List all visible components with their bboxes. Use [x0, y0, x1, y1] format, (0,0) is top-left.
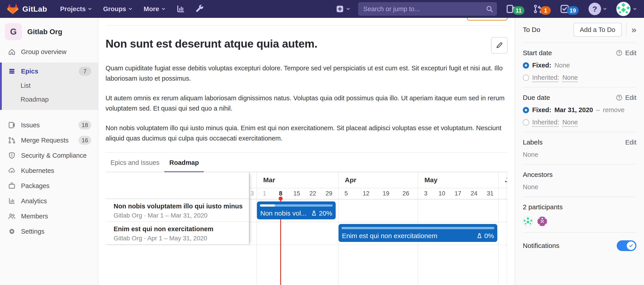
due-date-inherited-option[interactable]: Inherited: None	[523, 119, 636, 126]
sidebar-item-kubernetes[interactable]: Kubernetes	[0, 163, 98, 178]
charts-icon[interactable]	[176, 4, 185, 13]
edit-labels-link[interactable]: Edit	[625, 139, 636, 146]
due-date-fixed-option[interactable]: Fixed: Mar 31, 2020 – remove	[523, 106, 636, 114]
user-avatar	[616, 2, 630, 16]
admin-wrench-icon[interactable]	[196, 4, 204, 13]
participant-avatar[interactable]	[537, 216, 548, 227]
nav-todos-button[interactable]: 19	[560, 3, 579, 15]
divider	[523, 132, 636, 132]
issues-count-badge: 18	[78, 121, 91, 130]
notifications-section: Notifications	[523, 240, 636, 251]
bar-progress: 20%	[319, 210, 332, 217]
radio-selected[interactable]	[523, 62, 529, 69]
month-header-apr: Apr	[338, 172, 418, 188]
bar-label: Non nobis vol...	[260, 210, 306, 217]
week-tick: 12	[363, 188, 370, 199]
epic-name: Enim est qui non exercitationem	[114, 225, 244, 233]
start-date-fixed-option[interactable]: Fixed: None	[523, 62, 636, 69]
radio-unselected[interactable]	[523, 75, 529, 81]
left-sidebar: G Gitlab Org Group overview Epics 7 List…	[0, 18, 98, 285]
remove-due-date-link[interactable]: remove	[603, 106, 624, 114]
sidebar-item-group-overview[interactable]: Group overview	[0, 44, 98, 59]
epic-description-paragraph: Non nobis voluptatem illo qui iusto minu…	[106, 123, 508, 143]
epics-icon	[8, 67, 16, 75]
edit-due-date-link[interactable]: Edit	[625, 94, 636, 101]
week-tick: 15	[294, 188, 300, 199]
roadmap-bar-epic-2[interactable]: Enim est qui non exercitationem 0%	[338, 224, 497, 242]
issues-icon	[8, 121, 16, 129]
sidebar-item-settings[interactable]: Settings	[0, 224, 98, 239]
week-tick: 5	[344, 188, 348, 199]
month-header-jun-partial: Jun	[498, 172, 507, 188]
epic-state-button[interactable]	[467, 18, 508, 20]
notifications-label: Notifications	[523, 242, 559, 250]
ancestors-section: Ancestors None	[523, 171, 636, 191]
epic-list-item-1[interactable]: Non nobis voluptatem illo qui iusto minu…	[106, 199, 249, 222]
radio-unselected[interactable]	[523, 119, 529, 126]
nav-issues-button[interactable]: 11	[506, 3, 524, 15]
roadmap-chart: Mar Apr May Jun 3 1 8 15 22 29 5 12 19 2…	[106, 172, 508, 285]
plus-icon	[336, 5, 344, 13]
bar-label: Enim est qui non exercitationem	[342, 232, 438, 240]
sidebar-item-members[interactable]: Members	[0, 209, 98, 224]
members-icon	[8, 212, 16, 220]
user-menu-button[interactable]	[616, 2, 637, 16]
pencil-icon	[496, 41, 503, 49]
ancestors-title: Ancestors	[523, 171, 552, 178]
mr-count-badge: 1	[540, 6, 551, 15]
nav-menu-groups[interactable]: Groups	[103, 5, 133, 13]
chevron-down-icon	[602, 6, 607, 11]
epic-title: Non sunt est deserunt atque quia autem.	[106, 37, 491, 50]
sidebar-item-analytics[interactable]: Analytics	[0, 193, 98, 209]
main-content: Non sunt est deserunt atque quia autem. …	[98, 18, 515, 285]
help-menu-button[interactable]: ?	[588, 3, 607, 15]
chevron-down-icon	[632, 6, 637, 11]
radio-selected[interactable]	[523, 107, 529, 113]
due-date-section: Due date Edit Fixed: Mar 31, 2020 – remo…	[523, 94, 636, 126]
mr-count-badge: 16	[78, 136, 91, 145]
gridline	[256, 172, 257, 285]
sidebar-item-epics[interactable]: Epics 7	[2, 64, 98, 79]
notifications-toggle[interactable]	[617, 240, 636, 251]
edit-start-date-link[interactable]: Edit	[625, 49, 636, 57]
divider	[523, 197, 636, 197]
epics-count-badge: 7	[79, 67, 91, 76]
week-tick: 19	[382, 188, 389, 199]
sidebar-item-issues[interactable]: Issues 18	[0, 117, 98, 133]
epic-description-paragraph: Ut autem omnis ex rerum aliquam laborios…	[106, 93, 508, 113]
start-date-inherited-option[interactable]: Inherited: None	[523, 74, 636, 81]
month-header-may: May	[418, 172, 498, 188]
chevron-down-icon	[128, 6, 133, 11]
collapse-sidebar-button[interactable]: »	[626, 23, 636, 36]
due-date-fixed-value: Mar 31, 2020	[554, 106, 593, 114]
tab-roadmap[interactable]: Roadmap	[164, 153, 204, 172]
help-question-icon[interactable]	[616, 94, 622, 101]
new-menu-button[interactable]	[336, 5, 350, 13]
week-tick: 3	[424, 188, 427, 199]
due-date-inherited-value: None	[562, 119, 578, 126]
gitlab-home-link[interactable]: GitLab	[7, 3, 47, 15]
nav-merge-requests-button[interactable]: 1	[533, 3, 551, 15]
top-navbar: GitLab Projects Groups More	[0, 0, 644, 18]
add-todo-button[interactable]: Add a To Do	[574, 23, 622, 37]
sidebar-item-epics-list[interactable]: List	[2, 79, 98, 92]
participant-avatar[interactable]	[523, 216, 533, 227]
epic-list-item-2[interactable]: Enim est qui non exercitationem Gitlab O…	[106, 222, 249, 245]
tab-epics-and-issues[interactable]: Epics and Issues	[106, 153, 164, 172]
sidebar-item-packages[interactable]: Packages	[0, 178, 98, 193]
toggle-knob	[627, 242, 635, 250]
sidebar-item-epics-roadmap[interactable]: Roadmap	[2, 92, 98, 106]
epics-list-header	[106, 172, 249, 199]
edit-title-button[interactable]	[491, 37, 508, 54]
sidebar-item-security-compliance[interactable]: Security & Compliance	[0, 148, 98, 163]
group-context-header[interactable]: G Gitlab Org	[0, 22, 98, 44]
sidebar-item-merge-requests[interactable]: Merge Requests 16	[0, 133, 98, 148]
help-question-icon[interactable]	[616, 50, 622, 56]
nav-menu-more[interactable]: More	[144, 5, 166, 13]
week-tick: 26	[402, 188, 409, 199]
nav-menu-projects[interactable]: Projects	[60, 5, 92, 13]
issues-count-badge: 11	[513, 6, 524, 15]
roadmap-bar-epic-1[interactable]: Non nobis vol... 20%	[257, 202, 336, 219]
search-input[interactable]	[358, 2, 497, 16]
epic-meta: Gitlab Org · Apr 1 – May 31, 2020	[114, 235, 244, 242]
